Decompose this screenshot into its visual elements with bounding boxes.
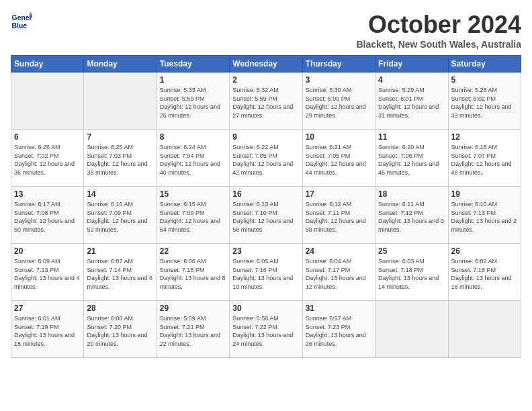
calendar-cell: 2Sunrise: 5:32 AMSunset: 5:59 PMDaylight… [230,73,302,130]
cell-info: Sunrise: 6:16 AMSunset: 7:09 PMDaylight:… [87,200,153,234]
calendar-cell: 3Sunrise: 5:30 AMSunset: 6:00 PMDaylight… [302,73,375,130]
calendar-cell [84,73,157,130]
calendar-cell: 14Sunrise: 6:16 AMSunset: 7:09 PMDayligh… [84,187,157,244]
cell-info: Sunrise: 6:25 AMSunset: 7:03 PMDaylight:… [87,143,153,177]
month-title: October 2024 [356,11,521,39]
calendar-cell [448,301,521,358]
day-number: 10 [306,132,372,142]
cell-info: Sunrise: 6:02 AMSunset: 7:18 PMDaylight:… [451,257,518,291]
day-number: 30 [232,304,299,313]
calendar-week-row: 13Sunrise: 6:17 AMSunset: 7:08 PMDayligh… [11,187,521,244]
day-number: 27 [14,304,81,313]
calendar-cell: 17Sunrise: 6:12 AMSunset: 7:11 PMDayligh… [302,187,375,244]
day-number: 1 [160,75,226,85]
calendar-cell: 12Sunrise: 6:18 AMSunset: 7:07 PMDayligh… [448,130,521,187]
weekday-header: Sunday [11,56,84,73]
calendar-cell: 25Sunrise: 6:03 AMSunset: 7:18 PMDayligh… [375,244,448,301]
day-number: 29 [160,304,226,313]
day-number: 8 [160,132,226,142]
cell-info: Sunrise: 5:32 AMSunset: 5:59 PMDaylight:… [232,86,299,120]
cell-info: Sunrise: 6:18 AMSunset: 7:07 PMDaylight:… [451,143,518,177]
calendar-cell: 1Sunrise: 5:33 AMSunset: 5:59 PMDaylight… [157,73,229,130]
day-number: 19 [451,189,518,199]
calendar-cell: 30Sunrise: 5:58 AMSunset: 7:22 PMDayligh… [230,301,302,358]
cell-info: Sunrise: 5:57 AMSunset: 7:23 PMDaylight:… [306,314,372,348]
weekday-header: Tuesday [157,56,229,73]
cell-info: Sunrise: 6:09 AMSunset: 7:13 PMDaylight:… [14,257,81,291]
day-number: 18 [378,189,445,199]
cell-info: Sunrise: 6:15 AMSunset: 7:09 PMDaylight:… [160,200,226,234]
cell-info: Sunrise: 5:33 AMSunset: 5:59 PMDaylight:… [160,86,226,120]
svg-marker-2 [29,12,32,15]
day-number: 17 [306,189,372,199]
calendar-table: SundayMondayTuesdayWednesdayThursdayFrid… [11,55,521,358]
weekday-header: Friday [375,56,448,73]
cell-info: Sunrise: 6:20 AMSunset: 7:06 PMDaylight:… [378,143,445,177]
calendar-cell: 29Sunrise: 5:59 AMSunset: 7:21 PMDayligh… [157,301,229,358]
location: Blackett, New South Wales, Australia [356,39,521,50]
cell-info: Sunrise: 6:17 AMSunset: 7:08 PMDaylight:… [14,200,81,234]
day-number: 23 [232,246,299,256]
day-number: 21 [87,246,153,256]
calendar-cell: 7Sunrise: 6:25 AMSunset: 7:03 PMDaylight… [84,130,157,187]
day-number: 7 [87,132,153,142]
cell-info: Sunrise: 5:58 AMSunset: 7:22 PMDaylight:… [232,314,299,348]
calendar-cell: 8Sunrise: 6:24 AMSunset: 7:04 PMDaylight… [157,130,229,187]
weekday-header: Thursday [302,56,375,73]
cell-info: Sunrise: 5:30 AMSunset: 6:00 PMDaylight:… [306,86,372,120]
calendar-cell: 20Sunrise: 6:09 AMSunset: 7:13 PMDayligh… [11,244,84,301]
day-number: 6 [14,132,81,142]
cell-info: Sunrise: 6:06 AMSunset: 7:15 PMDaylight:… [160,257,226,291]
svg-text:Blue: Blue [12,22,28,30]
logo-icon: General Blue [11,11,32,32]
cell-info: Sunrise: 6:05 AMSunset: 7:16 PMDaylight:… [232,257,299,291]
cell-info: Sunrise: 6:12 AMSunset: 7:11 PMDaylight:… [306,200,372,234]
weekday-header: Saturday [448,56,521,73]
day-number: 5 [451,75,518,85]
calendar-cell: 13Sunrise: 6:17 AMSunset: 7:08 PMDayligh… [11,187,84,244]
day-number: 16 [232,189,299,199]
day-number: 12 [451,132,518,142]
day-number: 4 [378,75,445,85]
calendar-cell: 9Sunrise: 6:22 AMSunset: 7:05 PMDaylight… [230,130,302,187]
weekday-header: Monday [84,56,157,73]
weekday-header: Wednesday [230,56,302,73]
day-number: 2 [232,75,299,85]
calendar-cell: 6Sunrise: 6:26 AMSunset: 7:02 PMDaylight… [11,130,84,187]
day-number: 28 [87,304,153,313]
day-number: 26 [451,246,518,256]
day-number: 31 [306,304,372,313]
day-number: 15 [160,189,226,199]
day-number: 13 [14,189,81,199]
cell-info: Sunrise: 6:22 AMSunset: 7:05 PMDaylight:… [232,143,299,177]
calendar-cell: 31Sunrise: 5:57 AMSunset: 7:23 PMDayligh… [302,301,375,358]
calendar-cell: 21Sunrise: 6:07 AMSunset: 7:14 PMDayligh… [84,244,157,301]
cell-info: Sunrise: 6:01 AMSunset: 7:19 PMDaylight:… [14,314,81,348]
calendar-cell [11,73,84,130]
calendar-week-row: 27Sunrise: 6:01 AMSunset: 7:19 PMDayligh… [11,301,521,358]
cell-info: Sunrise: 6:07 AMSunset: 7:14 PMDaylight:… [87,257,153,291]
day-number: 20 [14,246,81,256]
calendar-cell: 15Sunrise: 6:15 AMSunset: 7:09 PMDayligh… [157,187,229,244]
day-number: 22 [160,246,226,256]
cell-info: Sunrise: 5:29 AMSunset: 6:01 PMDaylight:… [378,86,445,120]
day-number: 24 [306,246,372,256]
cell-info: Sunrise: 6:03 AMSunset: 7:18 PMDaylight:… [378,257,445,291]
logo: General Blue [11,11,32,32]
calendar-week-row: 6Sunrise: 6:26 AMSunset: 7:02 PMDaylight… [11,130,521,187]
calendar-cell: 4Sunrise: 5:29 AMSunset: 6:01 PMDaylight… [375,73,448,130]
calendar-cell: 27Sunrise: 6:01 AMSunset: 7:19 PMDayligh… [11,301,84,358]
day-number: 14 [87,189,153,199]
cell-info: Sunrise: 6:11 AMSunset: 7:12 PMDaylight:… [378,200,445,234]
cell-info: Sunrise: 6:00 AMSunset: 7:20 PMDaylight:… [87,314,153,348]
calendar-cell: 23Sunrise: 6:05 AMSunset: 7:16 PMDayligh… [230,244,302,301]
calendar-cell: 26Sunrise: 6:02 AMSunset: 7:18 PMDayligh… [448,244,521,301]
svg-text:General: General [12,14,32,21]
cell-info: Sunrise: 6:24 AMSunset: 7:04 PMDaylight:… [160,143,226,177]
calendar-cell: 10Sunrise: 6:21 AMSunset: 7:05 PMDayligh… [302,130,375,187]
cell-info: Sunrise: 6:04 AMSunset: 7:17 PMDaylight:… [306,257,372,291]
calendar-cell: 28Sunrise: 6:00 AMSunset: 7:20 PMDayligh… [84,301,157,358]
calendar-cell: 22Sunrise: 6:06 AMSunset: 7:15 PMDayligh… [157,244,229,301]
day-number: 25 [378,246,445,256]
calendar-week-row: 20Sunrise: 6:09 AMSunset: 7:13 PMDayligh… [11,244,521,301]
